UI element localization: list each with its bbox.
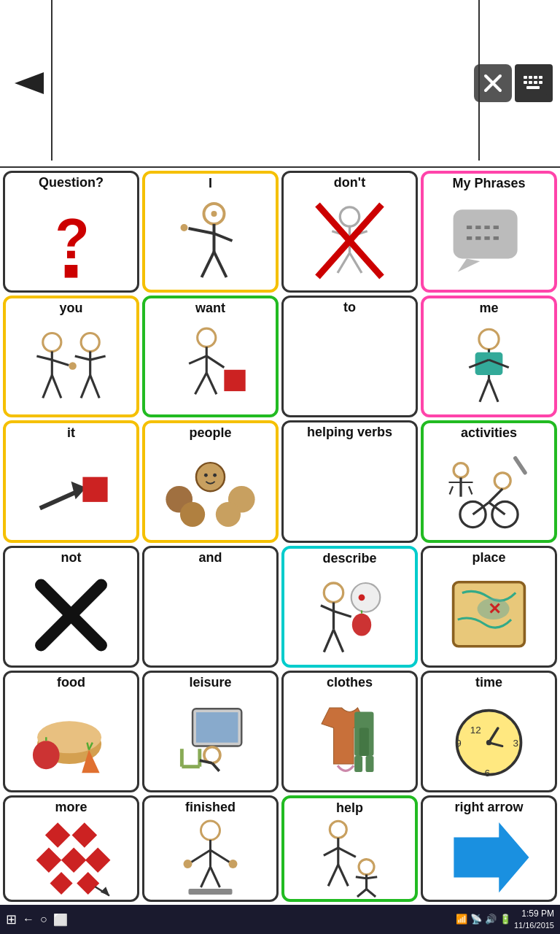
svg-marker-158: [454, 822, 529, 892]
cell-helping-verbs[interactable]: helping verbs: [281, 420, 418, 542]
svg-point-23: [211, 211, 217, 217]
svg-line-82: [450, 486, 453, 494]
svg-line-83: [469, 486, 472, 494]
svg-point-142: [229, 860, 238, 868]
svg-line-115: [212, 763, 219, 771]
clothes-icon: [285, 692, 414, 789]
svg-rect-9: [524, 81, 527, 84]
taskbar-time: 1:59 PM: [514, 908, 554, 920]
cell-clothes[interactable]: clothes: [281, 671, 418, 792]
svg-rect-130: [36, 847, 62, 873]
cell-finished[interactable]: finished: [142, 795, 279, 902]
svg-rect-32: [454, 209, 518, 258]
svg-rect-15: [65, 265, 78, 278]
cell-food[interactable]: food: [3, 671, 139, 792]
svg-point-95: [359, 595, 365, 601]
top-bar: [0, 0, 560, 168]
i-icon: [147, 193, 274, 288]
svg-line-39: [52, 360, 69, 365]
you-icon: [7, 317, 135, 413]
apps-nav[interactable]: ⬜: [53, 913, 68, 927]
keyboard-button[interactable]: [515, 64, 553, 102]
more-icon: [7, 817, 136, 898]
cell-it[interactable]: it: [3, 420, 139, 542]
svg-rect-7: [534, 76, 537, 79]
cell-i[interactable]: I: [142, 171, 279, 293]
divider-left: [51, 0, 52, 161]
svg-point-24: [340, 207, 359, 225]
cell-time[interactable]: time 12 3 6 9: [421, 671, 557, 792]
cell-you[interactable]: you: [3, 296, 139, 417]
cell-right-arrow[interactable]: right arrow: [421, 795, 557, 902]
svg-line-154: [356, 877, 367, 879]
cell-leisure[interactable]: leisure: [142, 671, 279, 792]
svg-line-38: [36, 356, 52, 360]
cell-question[interactable]: Question? ?: [3, 171, 139, 293]
cell-activities[interactable]: activities: [421, 420, 557, 542]
svg-rect-128: [45, 822, 71, 848]
svg-line-21: [202, 252, 214, 277]
cell-want[interactable]: want: [142, 296, 279, 417]
and-icon: [146, 567, 275, 664]
svg-rect-117: [359, 728, 369, 757]
svg-line-40: [43, 375, 52, 398]
search-nav[interactable]: ○: [40, 913, 47, 926]
svg-line-61: [480, 379, 489, 401]
cell-to[interactable]: to: [281, 296, 418, 417]
cell-my-phrases[interactable]: My Phrases: [421, 171, 557, 293]
clear-x-icon: [481, 72, 505, 95]
taskbar-right: 📶 📡 🔊 🔋 1:59 PM 11/16/2015: [456, 908, 554, 930]
svg-point-152: [359, 860, 374, 875]
svg-line-48: [90, 375, 100, 398]
svg-line-45: [75, 356, 90, 360]
right-arrow-icon: [424, 817, 553, 898]
svg-line-155: [367, 877, 378, 879]
svg-line-91: [334, 611, 351, 617]
svg-line-20: [214, 234, 233, 241]
svg-line-150: [328, 865, 338, 886]
top-bar-left: [7, 61, 51, 105]
svg-line-53: [195, 373, 207, 394]
svg-point-74: [494, 473, 510, 489]
svg-point-36: [43, 333, 61, 351]
svg-line-148: [324, 848, 338, 855]
taskbar-datetime: 1:59 PM 11/16/2015: [514, 908, 554, 930]
battery-icon: 🔋: [499, 914, 511, 925]
volume-icon: 🔊: [485, 914, 497, 925]
svg-marker-0: [15, 72, 44, 94]
divider-right: [478, 0, 480, 161]
to-icon: [285, 317, 414, 414]
back-icon: [11, 65, 47, 101]
back-nav[interactable]: ←: [23, 913, 34, 926]
svg-point-96: [352, 614, 371, 636]
cell-people[interactable]: people: [142, 420, 279, 542]
cell-not[interactable]: not: [3, 546, 139, 668]
svg-rect-133: [50, 872, 72, 895]
helping-verbs-icon: [285, 441, 414, 539]
help-icon: [286, 817, 413, 898]
start-button[interactable]: ⊞: [6, 911, 17, 927]
svg-marker-136: [101, 887, 109, 895]
me-icon: [425, 317, 553, 413]
svg-line-47: [81, 375, 90, 398]
svg-rect-10: [529, 81, 532, 84]
svg-line-85: [516, 458, 525, 473]
cell-place[interactable]: place ✕: [421, 546, 557, 668]
cell-help[interactable]: help: [281, 795, 418, 902]
cell-and[interactable]: and: [142, 546, 279, 668]
svg-marker-35: [458, 258, 481, 271]
svg-line-18: [189, 228, 214, 234]
svg-rect-118: [354, 756, 362, 772]
svg-point-73: [213, 474, 217, 477]
cell-describe[interactable]: describe: [281, 546, 418, 668]
svg-text:12: 12: [470, 725, 481, 736]
dont-icon: [285, 192, 414, 289]
back-button[interactable]: [7, 61, 51, 105]
svg-line-157: [367, 889, 376, 896]
cell-more[interactable]: more: [3, 795, 139, 902]
cell-dont[interactable]: don't: [281, 171, 418, 293]
my-phrases-icon: [425, 193, 553, 288]
symbol-grid: Question? ? I: [0, 168, 560, 905]
cell-me[interactable]: me: [421, 296, 557, 417]
svg-rect-65: [82, 477, 107, 502]
